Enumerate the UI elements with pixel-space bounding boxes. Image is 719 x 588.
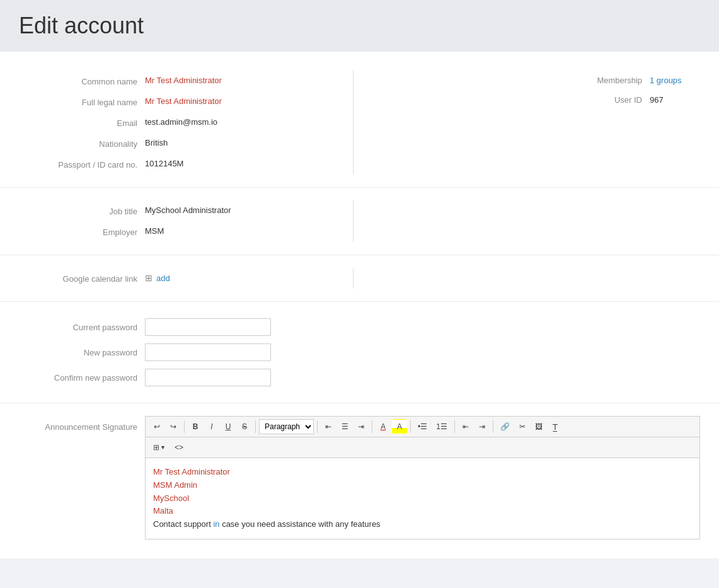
signature-label: Announcement Signature bbox=[19, 416, 145, 432]
indent-more-button[interactable]: ⇥ bbox=[475, 419, 490, 434]
personal-info-col: Common name Mr Test Administrator Full l… bbox=[19, 71, 353, 175]
toolbar-divider-1 bbox=[184, 420, 185, 433]
passport-row: Passport / ID card no. 1012145M bbox=[19, 154, 353, 175]
bold-button[interactable]: B bbox=[188, 419, 203, 434]
common-name-row: Common name Mr Test Administrator bbox=[19, 71, 353, 91]
user-id-row: User ID 967 bbox=[366, 90, 700, 110]
nationality-row: Nationality British bbox=[19, 133, 353, 154]
full-legal-name-row: Full legal name Mr Test Administrator bbox=[19, 91, 353, 112]
passport-value: 1012145M bbox=[145, 159, 353, 168]
employment-right-col bbox=[353, 200, 700, 242]
employment-section: Job title MySchool Administrator Employe… bbox=[0, 194, 719, 248]
calendar-add-icon: ⊞ bbox=[145, 273, 152, 283]
table-icon: ⊞ bbox=[153, 443, 159, 452]
calendar-col: Google calendar link ⊞ add bbox=[19, 268, 353, 289]
strikethrough-button[interactable]: S bbox=[237, 419, 252, 434]
font-color-button[interactable]: A bbox=[376, 419, 391, 434]
calendar-label: Google calendar link bbox=[19, 273, 145, 284]
employment-col: Job title MySchool Administrator Employe… bbox=[19, 200, 353, 242]
image-button[interactable]: 🖼 bbox=[531, 419, 546, 434]
bg-color-button[interactable]: A bbox=[392, 419, 407, 434]
undo-button[interactable]: ↩ bbox=[149, 419, 164, 434]
toolbar-divider-7 bbox=[493, 420, 493, 433]
job-title-row: Job title MySchool Administrator bbox=[19, 200, 353, 221]
membership-col: Membership 1 groups User ID 967 bbox=[353, 71, 700, 175]
indent-less-button[interactable]: ⇤ bbox=[458, 419, 473, 434]
section-divider-1 bbox=[0, 187, 719, 188]
user-id-value: 967 bbox=[650, 95, 700, 105]
common-name-value: Mr Test Administrator bbox=[145, 76, 353, 85]
nationality-value: British bbox=[145, 138, 353, 147]
toolbar-divider-4 bbox=[372, 420, 372, 433]
full-legal-name-value: Mr Test Administrator bbox=[145, 96, 353, 106]
section-divider-2 bbox=[0, 255, 719, 255]
passport-label: Passport / ID card no. bbox=[19, 159, 145, 170]
numbered-list-button[interactable]: 1☰ bbox=[432, 419, 451, 434]
code-button[interactable]: <> bbox=[171, 440, 187, 455]
email-row: Email test.admin@msm.io bbox=[19, 112, 353, 133]
job-title-label: Job title bbox=[19, 205, 145, 216]
new-password-label: New password bbox=[19, 348, 145, 357]
membership-link[interactable]: 1 groups bbox=[650, 76, 682, 85]
calendar-row: Google calendar link ⊞ add bbox=[19, 268, 353, 289]
membership-value: 1 groups bbox=[650, 76, 700, 85]
paragraph-select[interactable]: Paragraph bbox=[259, 419, 314, 434]
nationality-label: Nationality bbox=[19, 138, 145, 149]
employer-value: MSM bbox=[145, 226, 353, 236]
align-left-button[interactable]: ⇤ bbox=[321, 419, 336, 434]
sig-country: Malta bbox=[153, 505, 692, 518]
calendar-add-link[interactable]: add bbox=[156, 274, 170, 283]
calendar-right-col bbox=[353, 268, 700, 289]
editor-toolbar-row1: ↩ ↪ B I U S Paragraph ⇤ ☰ ⇥ A bbox=[146, 417, 699, 437]
page-header: Edit account bbox=[0, 0, 719, 52]
signature-section: Announcement Signature ↩ ↪ B I U S Parag… bbox=[0, 410, 719, 546]
toolbar-divider-6 bbox=[454, 420, 455, 433]
table-button[interactable]: ⊞ ▼ bbox=[149, 440, 170, 455]
google-add-row: ⊞ add bbox=[145, 273, 353, 283]
sig-role: MSM Admin bbox=[153, 479, 692, 492]
sig-name: Mr Test Administrator bbox=[153, 466, 692, 479]
editor-toolbar-row2: ⊞ ▼ <> bbox=[146, 437, 699, 458]
confirm-password-label: Confirm new password bbox=[19, 373, 145, 383]
link-button[interactable]: 🔗 bbox=[497, 419, 514, 434]
toolbar-divider-2 bbox=[255, 420, 256, 433]
full-legal-name-label: Full legal name bbox=[19, 96, 145, 107]
new-password-row: New password bbox=[19, 340, 700, 365]
new-password-input[interactable] bbox=[145, 343, 271, 361]
align-right-button[interactable]: ⇥ bbox=[354, 419, 369, 434]
toolbar-divider-5 bbox=[410, 420, 411, 433]
bullet-list-button[interactable]: •☰ bbox=[414, 419, 431, 434]
italic-button[interactable]: I bbox=[204, 419, 219, 434]
page-title: Edit account bbox=[19, 13, 700, 39]
user-id-label: User ID bbox=[614, 95, 650, 105]
unlink-button[interactable]: ✂ bbox=[515, 419, 530, 434]
section-divider-3 bbox=[0, 301, 719, 302]
section-divider-4 bbox=[0, 403, 719, 403]
employer-row: Employer MSM bbox=[19, 221, 353, 242]
confirm-password-input[interactable] bbox=[145, 369, 271, 386]
align-center-button[interactable]: ☰ bbox=[337, 419, 352, 434]
email-label: Email bbox=[19, 117, 145, 128]
sig-school: MySchool bbox=[153, 492, 692, 505]
current-password-row: Current password bbox=[19, 314, 700, 340]
current-password-label: Current password bbox=[19, 323, 145, 332]
confirm-password-row: Confirm new password bbox=[19, 365, 700, 390]
redo-button[interactable]: ↪ bbox=[166, 419, 181, 434]
calendar-value: ⊞ add bbox=[145, 273, 353, 283]
email-value: test.admin@msm.io bbox=[145, 117, 353, 127]
clear-format-button[interactable]: T̲ bbox=[548, 419, 563, 434]
membership-label: Membership bbox=[597, 76, 650, 85]
content-area: Common name Mr Test Administrator Full l… bbox=[0, 52, 719, 558]
toolbar-divider-3 bbox=[317, 420, 318, 433]
personal-membership-section: Common name Mr Test Administrator Full l… bbox=[0, 64, 719, 181]
membership-row: Membership 1 groups bbox=[366, 71, 700, 90]
password-section: Current password New password Confirm ne… bbox=[0, 308, 719, 396]
employer-label: Employer bbox=[19, 226, 145, 237]
sig-contact-link: in bbox=[213, 519, 219, 529]
underline-button[interactable]: U bbox=[221, 419, 236, 434]
sig-contact: Contact support in case you need assista… bbox=[153, 518, 692, 531]
common-name-label: Common name bbox=[19, 76, 145, 86]
calendar-section: Google calendar link ⊞ add bbox=[0, 262, 719, 295]
current-password-input[interactable] bbox=[145, 318, 271, 336]
editor-content[interactable]: Mr Test Administrator MSM Admin MySchool… bbox=[146, 458, 699, 539]
